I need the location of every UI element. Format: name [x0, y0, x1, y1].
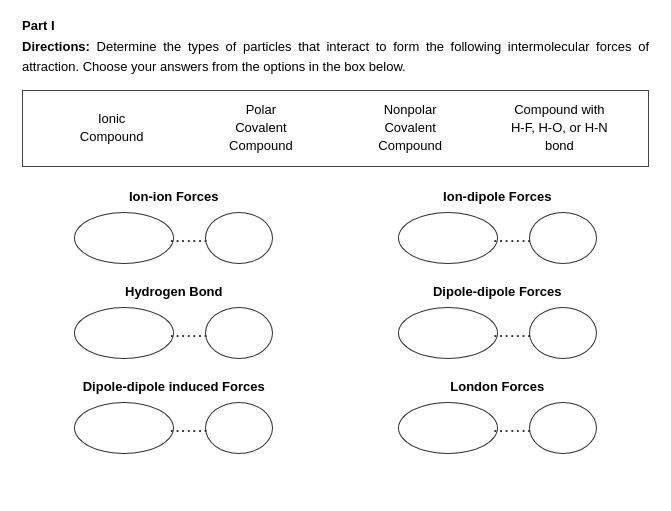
dots-london: .......: [494, 420, 533, 435]
oval-right-london: [529, 402, 597, 454]
force-section-ion-ion: Ion-ion Forces .......: [22, 189, 326, 264]
force-section-ion-dipole: Ion-dipole Forces .......: [346, 189, 650, 264]
ovals-row-hydrogen: .......: [74, 307, 273, 359]
directions-bold: Directions:: [22, 39, 90, 54]
option-compound-hbond: Compound withH-F, H-O, or H-Nbond: [485, 101, 634, 156]
dots-hydrogen: .......: [170, 325, 209, 340]
force-title-ion-ion: Ion-ion Forces: [129, 189, 219, 204]
force-section-hydrogen: Hydrogen Bond .......: [22, 284, 326, 359]
oval-right-hydrogen: [205, 307, 273, 359]
dots-dipole-dipole: .......: [494, 325, 533, 340]
force-section-london: London Forces .......: [346, 379, 650, 454]
part-label: Part I: [22, 18, 649, 33]
option-polar-covalent: PolarCovalentCompound: [186, 101, 335, 156]
force-title-dipole-dipole: Dipole-dipole Forces: [433, 284, 562, 299]
oval-right-ion-ion: [205, 212, 273, 264]
force-title-ion-dipole: Ion-dipole Forces: [443, 189, 551, 204]
option-ionic: IonicCompound: [37, 110, 186, 146]
dots-ion-dipole: .......: [494, 230, 533, 245]
oval-left-dipole-induced: [74, 402, 174, 454]
options-box: IonicCompound PolarCovalentCompound Nonp…: [22, 90, 649, 167]
forces-grid: Ion-ion Forces ....... Ion-dipole Forces…: [22, 189, 649, 464]
ovals-row-dipole-dipole: .......: [398, 307, 597, 359]
directions-text: Directions: Determine the types of parti…: [22, 37, 649, 76]
force-title-dipole-induced: Dipole-dipole induced Forces: [83, 379, 265, 394]
oval-left-ion-ion: [74, 212, 174, 264]
directions-body: Determine the types of particles that in…: [22, 39, 649, 74]
dots-ion-ion: .......: [170, 230, 209, 245]
oval-left-ion-dipole: [398, 212, 498, 264]
ovals-row-london: .......: [398, 402, 597, 454]
force-title-hydrogen: Hydrogen Bond: [125, 284, 223, 299]
force-title-london: London Forces: [450, 379, 544, 394]
oval-right-dipole-induced: [205, 402, 273, 454]
option-nonpolar-covalent: NonpolarCovalentCompound: [336, 101, 485, 156]
force-section-dipole-dipole: Dipole-dipole Forces .......: [346, 284, 650, 359]
force-section-dipole-induced: Dipole-dipole induced Forces .......: [22, 379, 326, 454]
dots-dipole-induced: .......: [170, 420, 209, 435]
oval-left-london: [398, 402, 498, 454]
ovals-row-ion-dipole: .......: [398, 212, 597, 264]
oval-left-dipole-dipole: [398, 307, 498, 359]
oval-right-ion-dipole: [529, 212, 597, 264]
oval-left-hydrogen: [74, 307, 174, 359]
ovals-row-dipole-induced: .......: [74, 402, 273, 454]
ovals-row-ion-ion: .......: [74, 212, 273, 264]
oval-right-dipole-dipole: [529, 307, 597, 359]
